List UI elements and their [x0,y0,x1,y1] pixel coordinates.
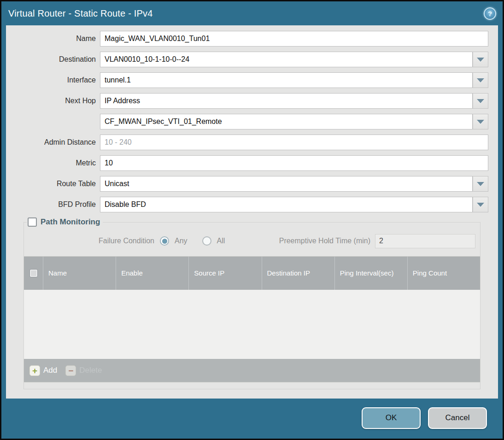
chevron-down-icon [477,99,484,103]
minus-icon: − [65,365,76,376]
path-monitoring-table: Name Enable Source IP Destination IP Pin… [24,256,480,382]
column-header-ping-count[interactable]: Ping Count [407,257,480,290]
bfd-profile-dropdown-button[interactable] [473,197,488,212]
chevron-down-icon [477,58,484,62]
form-row-bfd-profile: BFD Profile [12,197,488,212]
name-input[interactable] [100,31,488,47]
form-row-interface: Interface [12,72,488,88]
table-toolbar: + Add − Delete [24,359,480,382]
column-header-ping-interval[interactable]: Ping Interval(sec) [334,257,407,290]
static-route-dialog: Virtual Router - Static Route - IPv4 ? N… [0,0,504,440]
bfd-profile-input[interactable] [100,197,473,212]
dialog-titlebar: Virtual Router - Static Route - IPv4 ? [1,1,503,25]
interface-label: Interface [12,76,100,84]
plus-icon: + [29,365,40,376]
delete-button-label: Delete [79,366,102,375]
radio-any-label: Any [175,237,188,245]
form-row-name: Name [12,31,488,47]
interface-input[interactable] [100,72,473,88]
chevron-down-icon [477,182,484,186]
metric-input[interactable] [100,155,488,171]
column-header-source-ip[interactable]: Source IP [188,257,261,290]
route-table-dropdown-button[interactable] [473,176,488,192]
chevron-down-icon [477,203,484,207]
form-row-route-table: Route Table [12,176,488,192]
destination-label: Destination [12,55,100,64]
radio-all-icon[interactable] [202,236,211,246]
form-row-next-hop: Next Hop [12,93,488,109]
column-header-name[interactable]: Name [43,257,116,290]
next-hop-address-input[interactable] [100,114,473,129]
help-icon-glyph: ? [488,10,492,18]
interface-dropdown-button[interactable] [473,72,488,88]
name-label: Name [12,35,100,43]
next-hop-address-dropdown-button[interactable] [473,114,488,129]
next-hop-label: Next Hop [12,97,100,105]
path-monitoring-title: Path Monitoring [41,217,100,227]
next-hop-dropdown-button[interactable] [473,93,488,109]
form-row-next-hop-address [12,114,488,129]
dialog-button-bar: OK Cancel [1,397,503,439]
failure-condition-radio-group: Any All [160,236,225,246]
form-panel: Name Destination Interface [6,25,498,399]
bfd-profile-label: BFD Profile [12,200,100,209]
radio-option-any[interactable]: Any [160,236,188,246]
add-button-label: Add [43,366,57,375]
failure-condition-label: Failure Condition [24,237,160,245]
help-icon[interactable]: ? [484,7,496,20]
form-row-destination: Destination [12,52,488,67]
radio-all-label: All [217,237,225,245]
route-table-label: Route Table [12,180,100,188]
ok-button[interactable]: OK [362,407,421,429]
form-row-admin-distance: Admin Distance [12,135,488,150]
admin-distance-input[interactable] [100,135,488,150]
preemptive-hold-label: Preemptive Hold Time (min) [279,237,375,245]
next-hop-type-input[interactable] [100,93,473,109]
route-table-input[interactable] [100,176,473,192]
table-header-row: Name Enable Source IP Destination IP Pin… [24,257,480,290]
column-header-enable[interactable]: Enable [116,257,188,290]
radio-option-all[interactable]: All [202,236,225,246]
radio-any-icon[interactable] [160,236,169,246]
path-monitoring-checkbox[interactable] [28,217,37,227]
path-monitoring-section: Path Monitoring Failure Condition Any Al… [23,217,481,389]
column-header-destination-ip[interactable]: Destination IP [262,257,334,290]
chevron-down-icon [477,78,484,82]
metric-label: Metric [12,159,100,167]
preemptive-hold-input[interactable] [375,234,475,248]
destination-dropdown-button[interactable] [473,52,488,67]
cancel-button[interactable]: Cancel [428,407,487,429]
form-row-metric: Metric [12,155,488,171]
failure-condition-row: Failure Condition Any All Preemptive Hol… [24,234,475,248]
add-button[interactable]: + Add [29,365,57,376]
delete-button[interactable]: − Delete [65,365,102,376]
chevron-down-icon [477,120,484,124]
path-monitoring-legend: Path Monitoring [27,217,103,227]
preemptive-hold-group: Preemptive Hold Time (min) [279,234,475,248]
table-body-empty [24,290,480,359]
select-all-checkbox[interactable] [29,269,38,277]
destination-input[interactable] [100,52,473,67]
dialog-title: Virtual Router - Static Route - IPv4 [8,8,484,19]
admin-distance-label: Admin Distance [12,138,100,147]
table-header-checkbox-cell [24,257,43,290]
